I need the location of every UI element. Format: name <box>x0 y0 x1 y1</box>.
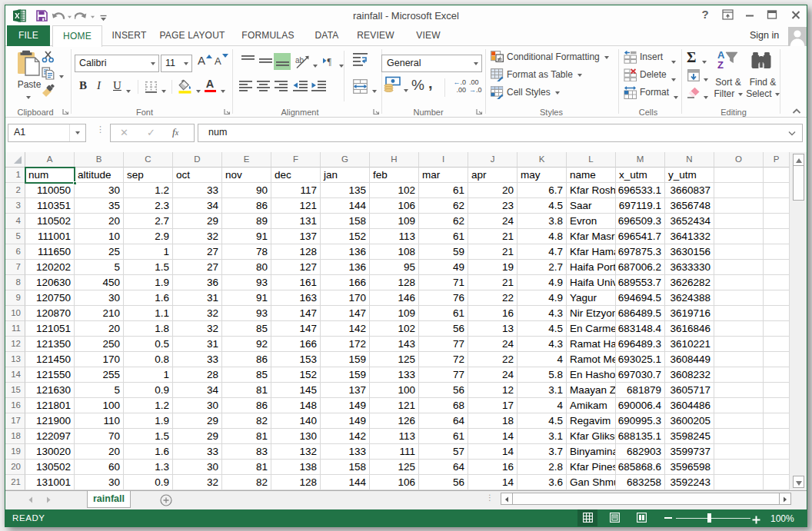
cell-L18[interactable]: Kfar Glikson <box>567 429 616 444</box>
insert-dropdown-arrow[interactable] <box>671 56 676 67</box>
cell-M14[interactable]: 697030.7 <box>616 367 665 383</box>
cell-P21[interactable] <box>764 475 790 490</box>
cell-J9[interactable]: 22 <box>468 290 517 306</box>
cell-P6[interactable] <box>764 244 790 260</box>
cell-L15[interactable]: Maayan Zvi <box>567 383 616 398</box>
cell-E17[interactable]: 82 <box>222 413 271 429</box>
cell-G6[interactable]: 136 <box>321 244 370 260</box>
cell-H17[interactable]: 126 <box>370 413 419 429</box>
cell-L13[interactable]: Ramot Menashe <box>567 352 616 367</box>
cell-B15[interactable]: 5 <box>75 383 124 398</box>
cell-I13[interactable]: 72 <box>419 352 468 367</box>
cell-I15[interactable]: 56 <box>419 383 468 398</box>
cell-H15[interactable]: 100 <box>370 383 419 398</box>
scroll-down-button[interactable] <box>793 476 804 488</box>
cell-I5[interactable]: 61 <box>419 229 468 244</box>
tab-file[interactable]: FILE <box>7 25 50 46</box>
cell-O13[interactable] <box>714 352 764 367</box>
bottom-align-button[interactable] <box>274 53 291 70</box>
cell-H4[interactable]: 109 <box>370 214 419 229</box>
tabbar-splitter[interactable]: ⋮ <box>486 496 489 506</box>
column-header-M[interactable]: M <box>616 152 665 168</box>
cell-N6[interactable]: 3630156 <box>665 244 714 260</box>
cell-L20[interactable]: Kfar Pines <box>567 460 616 475</box>
tab-review[interactable]: REVIEW <box>351 25 400 46</box>
conditional-formatting-button[interactable]: Conditional Formatting <box>507 51 609 62</box>
cell-B6[interactable]: 25 <box>75 244 124 260</box>
cell-C14[interactable]: 1 <box>124 367 173 383</box>
cell-B2[interactable]: 30 <box>75 183 124 198</box>
cell-H16[interactable]: 121 <box>370 398 419 413</box>
cell-K4[interactable]: 3.8 <box>517 214 567 229</box>
cell-N3[interactable]: 3656748 <box>665 198 714 214</box>
cell-B7[interactable]: 5 <box>75 260 124 275</box>
cut-icon[interactable] <box>42 51 55 65</box>
cell-E7[interactable]: 80 <box>222 260 271 275</box>
insert-cells-button[interactable]: Insert <box>640 51 663 62</box>
cell-A5[interactable]: 111001 <box>25 229 75 244</box>
zoom-in-button[interactable] <box>752 513 760 522</box>
align-center-button[interactable] <box>257 81 270 94</box>
insert-cells-icon[interactable] <box>624 51 637 66</box>
cell-C18[interactable]: 1.5 <box>124 429 173 444</box>
cell-C19[interactable]: 1.6 <box>124 444 173 460</box>
fill-color-button[interactable] <box>178 79 193 96</box>
cell-B21[interactable]: 30 <box>75 475 124 490</box>
cell-A12[interactable]: 121350 <box>25 337 75 352</box>
cell-N20[interactable]: 3596598 <box>665 460 714 475</box>
cell-N13[interactable]: 3608449 <box>665 352 714 367</box>
cell-F6[interactable]: 128 <box>271 244 321 260</box>
zoom-slider-track[interactable] <box>676 518 750 519</box>
cell-O21[interactable] <box>714 475 764 490</box>
cell-K2[interactable]: 6.7 <box>517 183 567 198</box>
cell-G4[interactable]: 158 <box>321 214 370 229</box>
cell-K6[interactable]: 4.7 <box>517 244 567 260</box>
increase-indent-button[interactable] <box>311 81 326 94</box>
cell-P14[interactable] <box>764 367 790 383</box>
cell-J21[interactable]: 14 <box>468 475 517 490</box>
cell-F5[interactable]: 137 <box>271 229 321 244</box>
cell-C15[interactable]: 0.9 <box>124 383 173 398</box>
merge-center-button[interactable] <box>353 79 368 96</box>
zoom-level[interactable]: 100% <box>770 513 794 524</box>
cell-P17[interactable] <box>764 413 790 429</box>
scroll-up-button[interactable] <box>793 154 804 166</box>
cell-G1[interactable]: jan <box>321 168 370 183</box>
row-header-1[interactable]: 1 <box>5 168 25 183</box>
cell-L6[interactable]: Kfar Hamaccabi <box>567 244 616 260</box>
cell-O19[interactable] <box>714 444 764 460</box>
cell-M16[interactable]: 690006.4 <box>616 398 665 413</box>
cell-M1[interactable]: x_utm <box>616 168 665 183</box>
cell-O14[interactable] <box>714 367 764 383</box>
cell-L4[interactable]: Evron <box>567 214 616 229</box>
cell-F21[interactable]: 128 <box>271 475 321 490</box>
cell-C3[interactable]: 2.3 <box>124 198 173 214</box>
cell-A2[interactable]: 110050 <box>25 183 75 198</box>
cell-O3[interactable] <box>714 198 764 214</box>
cell-K18[interactable]: 3.1 <box>517 429 567 444</box>
cell-K13[interactable]: 4 <box>517 352 567 367</box>
cell-D14[interactable]: 28 <box>173 367 222 383</box>
row-header-16[interactable]: 16 <box>5 398 25 413</box>
column-header-O[interactable]: O <box>714 152 764 168</box>
cell-L7[interactable]: Haifa Port <box>567 260 616 275</box>
cell-J19[interactable]: 14 <box>468 444 517 460</box>
cell-M21[interactable]: 683258 <box>616 475 665 490</box>
cell-F3[interactable]: 121 <box>271 198 321 214</box>
copy-dropdown-arrow[interactable] <box>59 71 64 81</box>
cell-A17[interactable]: 121900 <box>25 413 75 429</box>
cell-G2[interactable]: 135 <box>321 183 370 198</box>
find-select-button-line1[interactable]: Find & <box>741 77 784 88</box>
cell-B14[interactable]: 255 <box>75 367 124 383</box>
cell-K15[interactable]: 3.1 <box>517 383 567 398</box>
cell-K17[interactable]: 4.5 <box>517 413 567 429</box>
top-align-button[interactable] <box>241 55 255 69</box>
column-header-J[interactable]: J <box>468 152 517 168</box>
find-select-icon[interactable] <box>750 51 772 73</box>
column-header-B[interactable]: B <box>75 152 124 168</box>
cell-P16[interactable] <box>764 398 790 413</box>
row-header-15[interactable]: 15 <box>5 383 25 398</box>
cell-K16[interactable]: 4 <box>517 398 567 413</box>
cell-B12[interactable]: 250 <box>75 337 124 352</box>
cell-E11[interactable]: 85 <box>222 321 271 337</box>
